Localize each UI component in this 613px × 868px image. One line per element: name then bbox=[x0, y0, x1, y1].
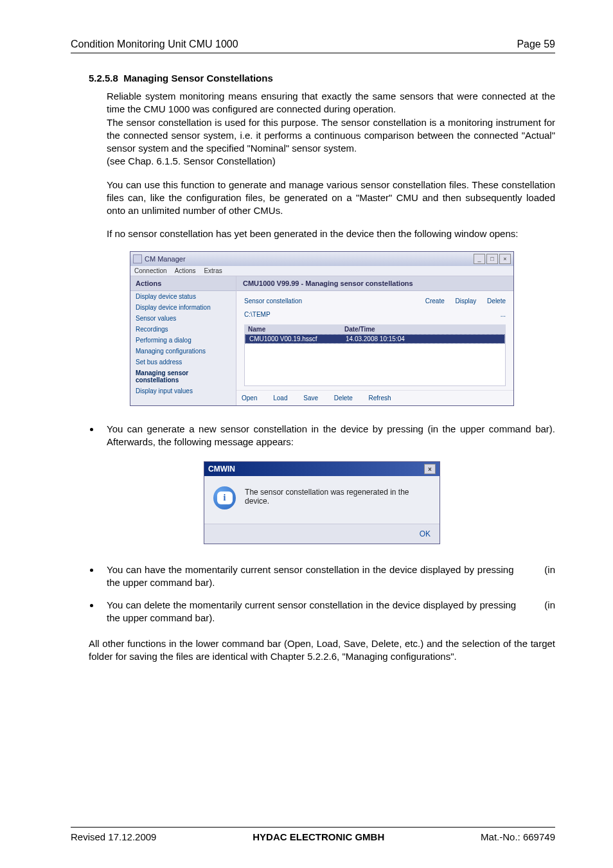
page-header: Condition Monitoring Unit CMU 1000 Page … bbox=[71, 39, 555, 53]
minimize-button[interactable]: _ bbox=[474, 254, 485, 264]
filelist[interactable]: CMU1000 V00.19.hsscf 14.03.2008 10:15:04 bbox=[244, 334, 506, 386]
file-date: 14.03.2008 10:15:04 bbox=[346, 335, 405, 342]
save-link[interactable]: Save bbox=[303, 394, 318, 402]
refresh-link[interactable]: Refresh bbox=[369, 394, 391, 402]
sidebar-item-recordings[interactable]: Recordings bbox=[130, 324, 236, 335]
footer-right: Mat.-No.: 669749 bbox=[481, 831, 555, 842]
filelist-row[interactable]: CMU1000 V00.19.hsscf 14.03.2008 10:15:04 bbox=[245, 334, 505, 344]
footer-center: HYDAC ELECTRONIC GMBH bbox=[253, 831, 384, 842]
paragraph: (see Chap. 6.1.5. Sensor Constellation) bbox=[107, 155, 555, 168]
paragraph: You can use this function to generate an… bbox=[107, 179, 555, 218]
display-link[interactable]: Display bbox=[456, 297, 477, 305]
menu-extras[interactable]: Extras bbox=[204, 267, 222, 274]
cmwin-dialog: CMWIN × i The sensor constellation was r… bbox=[204, 461, 440, 544]
browse-button[interactable]: ... bbox=[501, 311, 506, 318]
delete-file-link[interactable]: Delete bbox=[334, 394, 353, 402]
filelist-header: Name Date/Time bbox=[244, 324, 506, 334]
header-right: Page 59 bbox=[517, 39, 555, 50]
sidebar-item-dialog[interactable]: Performing a dialog bbox=[130, 335, 236, 346]
bullet-text: You can have the momentarily current sen… bbox=[107, 564, 514, 575]
section-title: Managing Sensor Constellations bbox=[123, 73, 273, 84]
dialog-close-button[interactable]: × bbox=[424, 464, 436, 474]
content-area: CMU1000 V99.99 - Managing sensor constel… bbox=[236, 276, 513, 405]
sidebar-item-device-info[interactable]: Display device information bbox=[130, 302, 236, 313]
open-link[interactable]: Open bbox=[242, 394, 257, 402]
bullet-text: You can delete the momentarily current s… bbox=[107, 599, 516, 610]
menu-actions[interactable]: Actions bbox=[175, 267, 196, 274]
paragraph: All other functions in the lower command… bbox=[89, 637, 555, 664]
dialog-titlebar: CMWIN × bbox=[204, 462, 440, 476]
window-title: CM Manager bbox=[145, 255, 186, 263]
col-date: Date/Time bbox=[344, 326, 375, 333]
content-title: CMU1000 V99.99 - Managing sensor constel… bbox=[236, 276, 513, 291]
path-label: C:\TEMP bbox=[244, 311, 271, 318]
info-glyph: i bbox=[217, 492, 233, 504]
sidebar: Actions Display device status Display de… bbox=[130, 276, 236, 405]
section-heading: 5.2.5.8 Managing Sensor Constellations bbox=[89, 73, 555, 84]
load-link[interactable]: Load bbox=[273, 394, 287, 402]
list-item: You can generate a new sensor constellat… bbox=[100, 423, 555, 449]
menubar: Connection Actions Extras bbox=[130, 266, 513, 276]
paragraph: The sensor constellation is used for thi… bbox=[107, 116, 555, 155]
bullet-text: You can generate a new sensor constellat… bbox=[107, 423, 423, 434]
sidebar-item-bus-address[interactable]: Set bus address bbox=[130, 357, 236, 368]
dialog-title: CMWIN bbox=[208, 465, 235, 474]
app-icon bbox=[133, 254, 142, 263]
sidebar-item-sensor-values[interactable]: Sensor values bbox=[130, 313, 236, 324]
dialog-message: The sensor constellation was regenerated… bbox=[245, 486, 431, 506]
sidebar-header: Actions bbox=[130, 276, 236, 291]
cm-manager-window: CM Manager _ □ × Connection Actions Extr… bbox=[130, 251, 514, 406]
paragraph: Reliable system monitoring means ensurin… bbox=[107, 90, 555, 116]
footer-left: Revised 17.12.2009 bbox=[71, 831, 156, 842]
sensor-constellation-label: Sensor constellation bbox=[244, 297, 302, 305]
delete-link[interactable]: Delete bbox=[487, 297, 506, 305]
sidebar-item-sensor-constellations[interactable]: Managing sensor constellations bbox=[130, 368, 236, 385]
close-button[interactable]: × bbox=[499, 254, 511, 264]
info-icon: i bbox=[213, 486, 236, 509]
create-link[interactable]: Create bbox=[425, 297, 445, 305]
paragraph: If no sensor constellation has yet been … bbox=[107, 227, 555, 240]
section-number: 5.2.5.8 bbox=[89, 73, 118, 84]
sidebar-item-input-values[interactable]: Display input values bbox=[130, 385, 236, 396]
sidebar-item-device-status[interactable]: Display device status bbox=[130, 291, 236, 302]
list-item: You can have the momentarily current sen… bbox=[100, 563, 555, 590]
col-name: Name bbox=[248, 326, 344, 333]
maximize-button[interactable]: □ bbox=[486, 254, 498, 264]
page-footer: Revised 17.12.2009 HYDAC ELECTRONIC GMBH… bbox=[71, 827, 555, 842]
sidebar-item-configurations[interactable]: Managing configurations bbox=[130, 346, 236, 357]
file-name: CMU1000 V00.19.hsscf bbox=[249, 335, 346, 342]
titlebar: CM Manager _ □ × bbox=[130, 252, 513, 266]
bottom-command-bar: Open Load Save Delete Refresh bbox=[236, 390, 513, 405]
ok-button[interactable]: OK bbox=[420, 529, 431, 538]
menu-connection[interactable]: Connection bbox=[134, 267, 167, 274]
header-left: Condition Monitoring Unit CMU 1000 bbox=[71, 39, 238, 50]
list-item: You can delete the momentarily current s… bbox=[100, 599, 555, 625]
